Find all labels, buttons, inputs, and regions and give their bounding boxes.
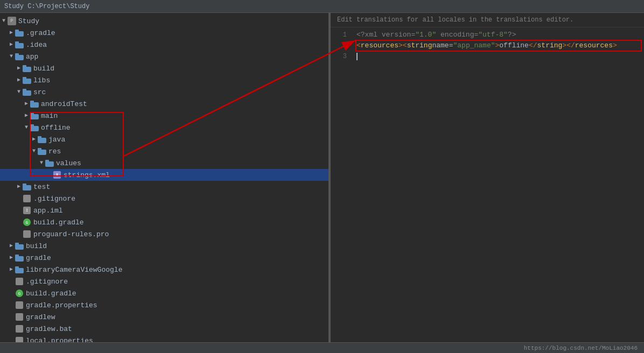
tree-item-gradlew[interactable]: gradlew	[0, 311, 328, 323]
tree-arrow-gradle_properties[interactable]	[8, 301, 15, 309]
tree-arrow-test[interactable]	[15, 183, 23, 190]
tree-label-gradlew: gradlew	[26, 313, 55, 321]
line-number-3: 3	[331, 51, 350, 62]
tree-label-src: src	[33, 88, 46, 96]
tree-arrow-app_iml[interactable]	[15, 207, 23, 214]
tree-label-idea: .idea	[26, 41, 47, 49]
tree-label-build_gradle_root: build.gradle	[26, 290, 76, 298]
tree-item-build_app[interactable]: build	[0, 62, 328, 74]
tree-item-gradle_properties[interactable]: gradle.properties	[0, 299, 328, 311]
tree-icon-gitignore_app	[23, 194, 31, 203]
tree-arrow-res[interactable]	[30, 147, 38, 155]
cursor	[356, 53, 358, 60]
tree-arrow-local_properties[interactable]	[8, 337, 15, 342]
tree-label-gitignore_root: .gitignore	[26, 278, 68, 286]
tree-icon-build	[15, 242, 24, 250]
tree-item-study[interactable]: PStudy	[0, 15, 328, 27]
tree-item-gitignore_root[interactable]: .gitignore	[0, 276, 328, 287]
tree-item-build_gradle_app[interactable]: Gbuild.gradle	[0, 216, 328, 228]
tree-arrow-build_gradle_root[interactable]	[8, 290, 15, 297]
tree-arrow-idea[interactable]	[8, 41, 15, 48]
tree-icon-build_gradle_root: G	[15, 289, 24, 298]
line-number-2: 2	[331, 40, 350, 51]
tree-item-libraryCamera[interactable]: libraryCameraViewGoogle	[0, 264, 328, 276]
tree-icon-gradlew	[15, 313, 24, 321]
tree-item-local_properties[interactable]: local.properties	[0, 335, 328, 342]
tree-icon-build_gradle_app: G	[23, 218, 31, 227]
tree-icon-offline	[30, 123, 39, 132]
tree-label-res: res	[48, 147, 61, 156]
tree-item-build[interactable]: build	[0, 240, 328, 252]
tree-label-gradlew_bat: gradlew.bat	[26, 325, 72, 333]
tree-arrow-gradlew[interactable]	[8, 313, 15, 321]
tree-label-test: test	[33, 183, 50, 191]
tree-arrow-main[interactable]	[23, 112, 30, 119]
editor-content: 123 <?xml version="1.0" encoding="utf-8"…	[331, 27, 644, 342]
tree-item-strings_xml[interactable]: Xstrings.xml	[0, 169, 328, 181]
tree-item-offline[interactable]: offline	[0, 122, 328, 133]
tree-icon-proguard	[23, 230, 31, 238]
line-number-1: 1	[331, 30, 350, 40]
arrow-overlay	[352, 27, 644, 342]
tree-arrow-libraryCamera[interactable]	[8, 266, 15, 273]
tree-arrow-build[interactable]	[8, 242, 15, 250]
tree-arrow-java[interactable]	[30, 136, 38, 143]
code-line-3	[356, 51, 640, 62]
tree-label-libs: libs	[33, 76, 50, 84]
tree-arrow-src[interactable]	[15, 88, 23, 96]
tree-arrow-gradle_root[interactable]	[8, 254, 15, 262]
tree-arrow-study[interactable]	[0, 17, 8, 25]
tree-label-java: java	[48, 136, 65, 144]
tree-icon-res	[38, 147, 46, 156]
tree-item-androidTest[interactable]: androidTest	[0, 98, 328, 110]
tree-item-gradlew_bat[interactable]: gradlew.bat	[0, 323, 328, 335]
tree-arrow-strings_xml[interactable]	[45, 171, 53, 179]
title-text: Study C:\Project\Study	[4, 3, 89, 10]
tree-icon-gradlew_bat	[15, 324, 24, 333]
tree-arrow-proguard[interactable]	[15, 230, 23, 238]
line-numbers: 123	[331, 27, 352, 342]
tree-arrow-build_app[interactable]	[15, 65, 23, 72]
tree-item-src[interactable]: src	[0, 86, 328, 98]
tree-arrow-app[interactable]	[8, 53, 15, 60]
code-area: <?xml version="1.0" encoding="utf-8"?><r…	[352, 27, 644, 342]
tree-icon-values	[45, 159, 54, 167]
tree-label-gitignore_app: .gitignore	[33, 195, 75, 203]
tree-label-strings_xml: strings.xml	[64, 171, 110, 179]
tree-item-gitignore_app[interactable]: .gitignore	[0, 193, 328, 204]
tree-arrow-androidTest[interactable]	[23, 100, 30, 108]
tree-item-app[interactable]: app	[0, 51, 328, 62]
tree-item-build_gradle_root[interactable]: Gbuild.gradle	[0, 287, 328, 299]
tree-arrow-gitignore_root[interactable]	[8, 278, 15, 285]
tree-item-main[interactable]: main	[0, 110, 328, 122]
tree-icon-local_properties	[15, 336, 24, 342]
tree-item-gradle_root[interactable]: gradle	[0, 252, 328, 264]
tree-arrow-offline[interactable]	[23, 124, 30, 131]
tree-label-offline: offline	[41, 124, 71, 132]
tree-item-gradle[interactable]: .gradle	[0, 27, 328, 39]
tree-label-gradle: .gradle	[26, 29, 55, 37]
tree-item-proguard[interactable]: proguard-rules.pro	[0, 228, 328, 240]
tree-arrow-gitignore_app[interactable]	[15, 195, 23, 202]
tree-arrow-build_gradle_app[interactable]	[15, 218, 23, 226]
editor-header: Edit translations for all locales in the…	[331, 13, 644, 27]
tree-icon-gradle_properties	[15, 301, 24, 309]
tree-item-test[interactable]: test	[0, 181, 328, 193]
tree-item-libs[interactable]: libs	[0, 74, 328, 86]
tree-arrow-gradle[interactable]	[8, 29, 15, 37]
tree-item-values[interactable]: values	[0, 157, 328, 169]
tree-icon-libs	[23, 76, 31, 84]
tree-icon-java	[38, 135, 46, 144]
tree-item-res[interactable]: res	[0, 145, 328, 157]
tree-arrow-gradlew_bat[interactable]	[8, 325, 15, 333]
tree-icon-strings_xml: X	[53, 171, 61, 179]
tree-item-idea[interactable]: .idea	[0, 39, 328, 51]
tree-icon-libraryCamera	[15, 265, 24, 274]
tree-arrow-values[interactable]	[38, 159, 45, 167]
tree-arrow-libs[interactable]	[15, 76, 23, 84]
tree-item-app_iml[interactable]: Iapp.iml	[0, 204, 328, 216]
tree-item-java[interactable]: java	[0, 133, 328, 145]
tree-icon-study: P	[8, 17, 16, 25]
file-tree: PStudy .gradle .idea app build libs src	[0, 13, 328, 342]
tree-icon-androidTest	[30, 100, 39, 108]
